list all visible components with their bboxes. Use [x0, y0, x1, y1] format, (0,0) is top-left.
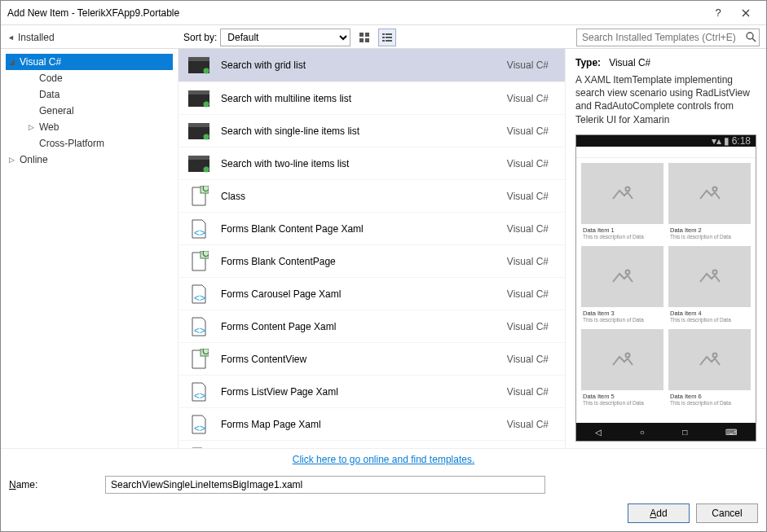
tree-label: Web	[39, 121, 59, 133]
tree-label: Data	[39, 89, 60, 100]
template-name: Forms Content Page Xaml	[221, 321, 497, 332]
template-name: Forms ContentView	[221, 354, 497, 365]
name-input[interactable]	[105, 476, 545, 494]
svg-point-41	[712, 354, 716, 358]
categories-header-label: Installed	[18, 32, 55, 43]
template-list[interactable]: Search with grid listVisual C#Search wit…	[179, 49, 565, 448]
svg-point-20	[204, 134, 209, 139]
add-button[interactable]: Add	[628, 503, 690, 523]
sort-label: Sort by:	[183, 32, 217, 43]
svg-point-23	[204, 166, 209, 172]
template-item[interactable]: C#Forms Blank ContentPageVisual C#	[179, 244, 565, 277]
tree-item-code[interactable]: Code	[19, 70, 173, 86]
help-button[interactable]: ?	[704, 2, 732, 24]
template-icon	[187, 88, 211, 109]
svg-rect-5	[386, 33, 392, 35]
view-grid-button[interactable]	[355, 29, 373, 46]
template-name: Search with multiline items list	[221, 93, 497, 104]
preview-card-desc: This is description of Data	[581, 317, 663, 324]
preview-card-desc: This is description of Data	[668, 400, 751, 407]
svg-point-36	[625, 187, 629, 191]
template-language: Visual C#	[507, 125, 553, 137]
template-item[interactable]: <>Forms Map Page XamlVisual C#	[179, 407, 565, 440]
tree-label: Online	[20, 154, 48, 165]
template-item[interactable]: Search with single-line items listVisual…	[179, 114, 565, 147]
preview-card: Data Item 3This is description of Data	[581, 246, 663, 324]
svg-text:<>: <>	[194, 227, 205, 239]
search-input[interactable]	[576, 29, 760, 46]
preview-card-title: Data Item 5	[581, 390, 663, 400]
template-item[interactable]: <>Forms Blank Content Page XamlVisual C#	[179, 212, 565, 244]
online-templates-link-row: Click here to go online and find templat…	[1, 448, 766, 469]
preview-thumb	[668, 329, 751, 390]
cancel-button[interactable]: Cancel	[696, 503, 758, 523]
svg-point-40	[625, 354, 629, 358]
tree-label: Visual C#	[20, 56, 61, 68]
svg-rect-6	[382, 37, 385, 38]
svg-point-17	[204, 101, 209, 107]
sort-select[interactable]: Default	[220, 29, 350, 46]
tree-item-visual-csharp[interactable]: ◢ Visual C#	[6, 54, 173, 70]
svg-point-37	[712, 187, 716, 191]
svg-line-11	[752, 38, 756, 42]
template-item[interactable]: Search with grid listVisual C#	[179, 49, 565, 81]
preview-statusbar: ▾▴ ▮ 6:18	[576, 135, 756, 147]
tree-item-online[interactable]: ▷ Online	[6, 152, 173, 168]
template-item[interactable]: <>Forms Content Page XamlVisual C#	[179, 310, 565, 342]
caret-down-icon: ◢	[9, 58, 17, 66]
search-icon[interactable]	[745, 31, 756, 45]
template-icon: C#	[187, 251, 211, 272]
sort-by: Sort by: Default	[183, 29, 350, 46]
tree-item-web[interactable]: ▷Web	[19, 119, 173, 135]
caret-right-icon: ▷	[9, 156, 17, 164]
tree-item-cross-platform[interactable]: Cross-Platform	[19, 135, 173, 152]
template-icon: <>	[187, 284, 211, 305]
preview-navbar: ◁ ○ □ ⌨	[576, 423, 756, 441]
preview-card-desc: This is description of Data	[668, 317, 751, 324]
template-language: Visual C#	[507, 386, 553, 398]
template-language: Visual C#	[507, 59, 553, 71]
template-item[interactable]: <>Forms Carousel Page XamlVisual C#	[179, 277, 565, 310]
tree-label: Cross-Platform	[39, 138, 104, 149]
svg-text:<>: <>	[194, 390, 205, 402]
template-language: Visual C#	[507, 419, 553, 430]
preview-card-desc: This is description of Data	[581, 234, 663, 241]
online-templates-link[interactable]: Click here to go online and find templat…	[293, 454, 474, 465]
template-item[interactable]: Search with two-line items listVisual C#	[179, 147, 565, 179]
preview-thumb	[668, 163, 751, 224]
nav-home-icon: ○	[640, 428, 645, 437]
window-title: Add New Item - TelerikXFApp9.Portable	[7, 7, 704, 19]
svg-rect-0	[359, 33, 364, 37]
view-list-button[interactable]	[378, 29, 396, 46]
nav-extra-icon: ⌨	[725, 428, 737, 437]
search-templates	[576, 29, 760, 46]
caret-right-icon: ▷	[29, 123, 37, 131]
template-name: Search with single-line items list	[221, 125, 497, 137]
template-item[interactable]: C#Forms ContentViewVisual C#	[179, 342, 565, 375]
preview-thumb	[581, 329, 663, 390]
sidebar: ◢ Visual C# CodeDataGeneral▷WebCross-Pla…	[1, 49, 179, 448]
tree-item-general[interactable]: General	[19, 103, 173, 119]
svg-rect-7	[386, 37, 392, 38]
template-item[interactable]: C#ClassVisual C#	[179, 179, 565, 212]
preview-card: Data Item 5This is description of Data	[581, 329, 663, 407]
template-language: Visual C#	[507, 256, 553, 267]
preview-card: Data Item 2This is description of Data	[668, 163, 751, 241]
categories-header[interactable]: ◄ Installed	[7, 32, 179, 43]
svg-point-38	[625, 270, 629, 275]
preview-phone: ▾▴ ▮ 6:18 Data Item 1This is description…	[575, 134, 756, 442]
template-name: Search with grid list	[221, 59, 497, 71]
template-item[interactable]: Search with multiline items listVisual C…	[179, 81, 565, 114]
tree-item-data[interactable]: Data	[19, 86, 173, 103]
preview-thumb	[581, 246, 663, 307]
template-icon	[187, 153, 211, 174]
template-item[interactable]: <>Forms ListView Page XamlVisual C#	[179, 375, 565, 407]
svg-rect-1	[365, 33, 369, 37]
template-item[interactable]: <>Forms Master Detail Page XamlVisual C#	[179, 440, 565, 448]
svg-rect-3	[365, 38, 369, 42]
info-type-value: Visual C#	[609, 57, 650, 68]
name-row: Name:	[1, 469, 766, 500]
close-button[interactable]	[732, 2, 760, 24]
name-label: Name:	[9, 479, 99, 490]
svg-point-14	[204, 68, 209, 74]
